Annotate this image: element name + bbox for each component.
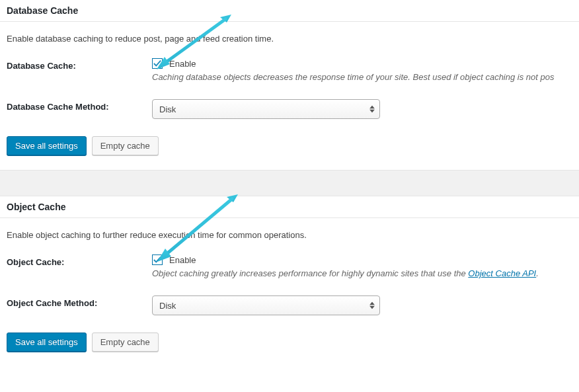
object-cache-enable-checkbox-wrap[interactable]: Enable bbox=[152, 255, 196, 265]
database-cache-method-field: Disk bbox=[152, 99, 572, 119]
object-cache-button-row: Save all settings Empty cache bbox=[7, 333, 572, 352]
database-cache-enable-checkbox[interactable] bbox=[152, 58, 163, 69]
database-cache-header: Database Cache bbox=[0, 0, 579, 22]
checkmark-icon bbox=[153, 256, 162, 264]
object-cache-method-label: Object Cache Method: bbox=[7, 295, 152, 308]
object-cache-body: Enable object caching to further reduce … bbox=[0, 218, 579, 366]
object-cache-enable-label: Object Cache: bbox=[7, 255, 152, 267]
database-cache-title: Database Cache bbox=[7, 5, 572, 16]
database-cache-enable-hint: Caching database objects decreases the r… bbox=[152, 72, 572, 82]
database-cache-enable-checkbox-label: Enable bbox=[169, 59, 196, 69]
object-cache-method-field: Disk bbox=[152, 295, 572, 315]
database-cache-body: Enable database caching to reduce post, … bbox=[0, 22, 579, 170]
object-cache-title: Object Cache bbox=[7, 202, 572, 212]
object-cache-section: Object Cache Enable object caching to fu… bbox=[0, 196, 579, 366]
database-cache-empty-button[interactable]: Empty cache bbox=[92, 136, 159, 155]
database-cache-description: Enable database caching to reduce post, … bbox=[7, 34, 572, 44]
database-cache-enable-field: Enable Caching database objects decrease… bbox=[152, 58, 572, 82]
object-cache-method-select[interactable]: Disk bbox=[152, 295, 380, 315]
object-cache-header: Object Cache bbox=[0, 196, 579, 218]
object-cache-hint-suffix: . bbox=[536, 268, 539, 278]
section-divider bbox=[0, 170, 579, 196]
database-cache-save-button[interactable]: Save all settings bbox=[7, 136, 87, 155]
object-cache-description: Enable object caching to further reduce … bbox=[7, 230, 572, 240]
object-cache-enable-checkbox-label: Enable bbox=[169, 255, 196, 265]
database-cache-enable-label: Database Cache: bbox=[7, 58, 152, 71]
object-cache-save-button[interactable]: Save all settings bbox=[7, 333, 87, 352]
object-cache-enable-field: Enable Object caching greatly increases … bbox=[152, 255, 572, 278]
database-cache-section: Database Cache Enable database caching t… bbox=[0, 0, 579, 170]
database-cache-button-row: Save all settings Empty cache bbox=[7, 136, 572, 155]
database-cache-enable-checkbox-wrap[interactable]: Enable bbox=[152, 58, 196, 69]
object-cache-enable-row: Object Cache: Enable Object caching grea… bbox=[7, 255, 572, 278]
database-cache-method-label: Database Cache Method: bbox=[7, 99, 152, 112]
object-cache-method-select-wrap: Disk bbox=[152, 295, 380, 315]
database-cache-enable-row: Database Cache: Enable Caching database … bbox=[7, 58, 572, 82]
database-cache-method-row: Database Cache Method: Disk bbox=[7, 99, 572, 119]
object-cache-method-row: Object Cache Method: Disk bbox=[7, 295, 572, 315]
object-cache-api-link[interactable]: Object Cache API bbox=[468, 268, 536, 278]
object-cache-empty-button[interactable]: Empty cache bbox=[92, 333, 159, 352]
database-cache-method-select-wrap: Disk bbox=[152, 99, 380, 119]
object-cache-enable-hint: Object caching greatly increases perform… bbox=[152, 268, 572, 278]
checkmark-icon bbox=[153, 59, 162, 67]
database-cache-method-select[interactable]: Disk bbox=[152, 99, 380, 119]
object-cache-hint-prefix: Object caching greatly increases perform… bbox=[152, 268, 468, 278]
object-cache-enable-checkbox[interactable] bbox=[152, 255, 163, 265]
